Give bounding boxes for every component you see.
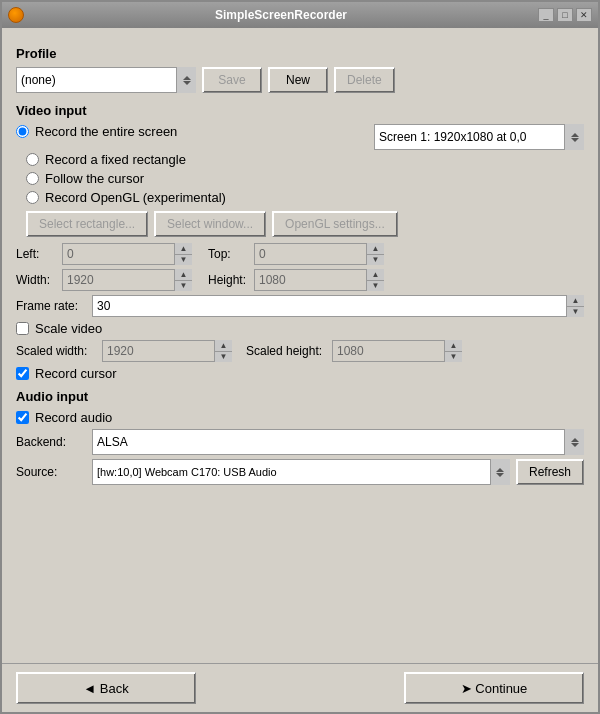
scaled-width-input[interactable] — [102, 340, 232, 362]
scaled-width-spin-down[interactable]: ▼ — [215, 352, 232, 363]
left-label: Left: — [16, 247, 56, 261]
record-cursor-checkbox[interactable] — [16, 367, 29, 380]
profile-row: (none) Save New Delete — [16, 67, 584, 93]
select-window-button[interactable]: Select window... — [154, 211, 266, 237]
source-row: Source: [hw:10,0] Webcam C170: USB Audio… — [16, 459, 584, 485]
scale-video-label: Scale video — [35, 321, 102, 336]
radio-group: Record a fixed rectangle Follow the curs… — [26, 152, 584, 205]
source-label: Source: — [16, 465, 86, 479]
scaled-width-label: Scaled width: — [16, 344, 96, 358]
radio-fixed-rect-label: Record a fixed rectangle — [45, 152, 186, 167]
framerate-row: Frame rate: ▲ ▼ — [16, 295, 584, 317]
radio-entire-screen: Record the entire screen — [16, 124, 177, 139]
backend-select-wrap: ALSA PulseAudio — [92, 429, 584, 455]
top-spin-down[interactable]: ▼ — [367, 255, 384, 266]
height-input[interactable] — [254, 269, 384, 291]
framerate-spin-up[interactable]: ▲ — [567, 295, 584, 307]
top-label: Top: — [208, 247, 248, 261]
profile-select-wrap: (none) — [16, 67, 196, 93]
radio-opengl: Record OpenGL (experimental) — [26, 190, 584, 205]
maximize-button[interactable]: □ — [557, 8, 573, 22]
width-height-row: Width: ▲ ▼ Height: ▲ ▼ — [16, 269, 584, 291]
title-bar: SimpleScreenRecorder _ □ ✕ — [2, 2, 598, 28]
scaled-height-spin-up[interactable]: ▲ — [445, 340, 462, 352]
record-audio-row: Record audio — [16, 410, 584, 425]
scaled-height-spin: ▲ ▼ — [332, 340, 462, 362]
close-button[interactable]: ✕ — [576, 8, 592, 22]
profile-section-label: Profile — [16, 46, 584, 61]
select-rectangle-button[interactable]: Select rectangle... — [26, 211, 148, 237]
top-spin-arrows: ▲ ▼ — [366, 243, 384, 265]
screen-select[interactable]: Screen 1: 1920x1080 at 0,0 — [374, 124, 584, 150]
continue-button[interactable]: ➤ Continue — [404, 672, 584, 704]
height-spin: ▲ ▼ — [254, 269, 384, 291]
height-label: Height: — [208, 273, 248, 287]
audio-input-section-label: Audio input — [16, 389, 584, 404]
top-spin: ▲ ▼ — [254, 243, 384, 265]
width-spin-up[interactable]: ▲ — [175, 269, 192, 281]
minimize-button[interactable]: _ — [538, 8, 554, 22]
top-input[interactable] — [254, 243, 384, 265]
scaled-width-spin-arrows: ▲ ▼ — [214, 340, 232, 362]
framerate-input[interactable] — [92, 295, 584, 317]
scaled-height-label: Scaled height: — [246, 344, 326, 358]
radio-opengl-input[interactable] — [26, 191, 39, 204]
refresh-button[interactable]: Refresh — [516, 459, 584, 485]
scaled-height-input[interactable] — [332, 340, 462, 362]
radio-follow-cursor-input[interactable] — [26, 172, 39, 185]
radio-follow-cursor: Follow the cursor — [26, 171, 584, 186]
framerate-wrap: ▲ ▼ — [92, 295, 584, 317]
source-select[interactable]: [hw:10,0] Webcam C170: USB Audio — [92, 459, 510, 485]
backend-label: Backend: — [16, 435, 86, 449]
back-button[interactable]: ◄ Back — [16, 672, 196, 704]
width-spin-down[interactable]: ▼ — [175, 281, 192, 292]
delete-button[interactable]: Delete — [334, 67, 395, 93]
left-spin: ▲ ▼ — [62, 243, 192, 265]
radio-opengl-label: Record OpenGL (experimental) — [45, 190, 226, 205]
new-button[interactable]: New — [268, 67, 328, 93]
window-title: SimpleScreenRecorder — [24, 8, 538, 22]
scaled-width-spin: ▲ ▼ — [102, 340, 232, 362]
profile-select[interactable]: (none) — [16, 67, 196, 93]
left-spin-down[interactable]: ▼ — [175, 255, 192, 266]
scaled-dimensions-row: Scaled width: ▲ ▼ Scaled height: ▲ ▼ — [16, 340, 584, 362]
left-spin-up[interactable]: ▲ — [175, 243, 192, 255]
radio-fixed-rect: Record a fixed rectangle — [26, 152, 584, 167]
video-input-section-label: Video input — [16, 103, 584, 118]
record-cursor-label: Record cursor — [35, 366, 117, 381]
rect-button-row: Select rectangle... Select window... Ope… — [26, 211, 584, 237]
scaled-height-spin-arrows: ▲ ▼ — [444, 340, 462, 362]
framerate-spin-arrows: ▲ ▼ — [566, 295, 584, 317]
width-label: Width: — [16, 273, 56, 287]
framerate-spin-down[interactable]: ▼ — [567, 307, 584, 318]
window-controls: _ □ ✕ — [538, 8, 592, 22]
radio-fixed-rect-input[interactable] — [26, 153, 39, 166]
footer: ◄ Back ➤ Continue — [2, 663, 598, 712]
backend-select[interactable]: ALSA PulseAudio — [92, 429, 584, 455]
width-spin: ▲ ▼ — [62, 269, 192, 291]
radio-follow-cursor-label: Follow the cursor — [45, 171, 144, 186]
screen-dropdown-wrap: Screen 1: 1920x1080 at 0,0 — [374, 124, 584, 150]
left-input[interactable] — [62, 243, 192, 265]
framerate-label: Frame rate: — [16, 299, 86, 313]
width-spin-arrows: ▲ ▼ — [174, 269, 192, 291]
left-spin-arrows: ▲ ▼ — [174, 243, 192, 265]
opengl-settings-button[interactable]: OpenGL settings... — [272, 211, 398, 237]
audio-section: Audio input Record audio Backend: ALSA P… — [16, 389, 584, 485]
scale-video-checkbox[interactable] — [16, 322, 29, 335]
source-dropdown-wrap: [hw:10,0] Webcam C170: USB Audio — [92, 459, 510, 485]
width-input[interactable] — [62, 269, 192, 291]
scale-video-row: Scale video — [16, 321, 584, 336]
main-content: Profile (none) Save New Delete Video inp… — [2, 28, 598, 663]
left-top-row: Left: ▲ ▼ Top: ▲ ▼ — [16, 243, 584, 265]
height-spin-up[interactable]: ▲ — [367, 269, 384, 281]
scaled-height-spin-down[interactable]: ▼ — [445, 352, 462, 363]
height-spin-down[interactable]: ▼ — [367, 281, 384, 292]
height-spin-arrows: ▲ ▼ — [366, 269, 384, 291]
radio-entire-screen-input[interactable] — [16, 125, 29, 138]
save-button[interactable]: Save — [202, 67, 262, 93]
record-cursor-row: Record cursor — [16, 366, 584, 381]
top-spin-up[interactable]: ▲ — [367, 243, 384, 255]
scaled-width-spin-up[interactable]: ▲ — [215, 340, 232, 352]
record-audio-checkbox[interactable] — [16, 411, 29, 424]
